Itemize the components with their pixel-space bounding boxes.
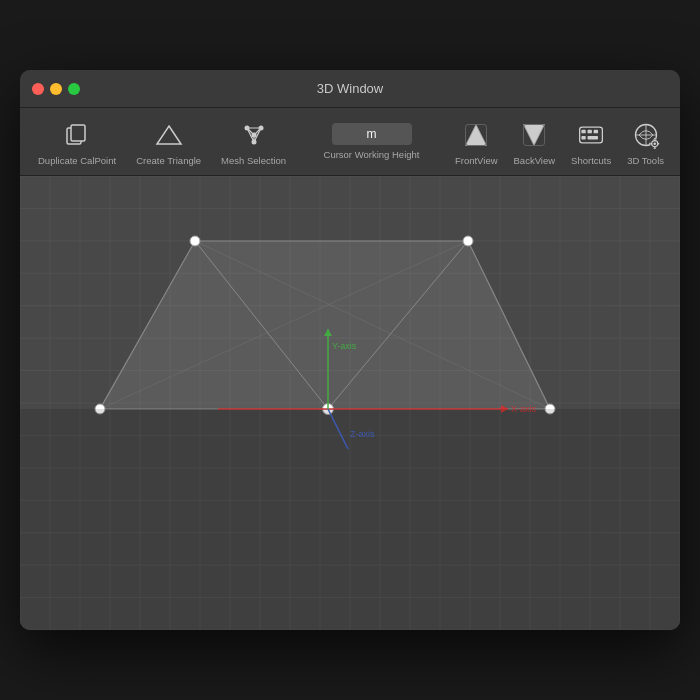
mesh-selection-icon (236, 117, 272, 153)
cursor-working-height-group: Cursor Working Height (312, 123, 432, 160)
traffic-lights (20, 83, 80, 95)
backview-label: BackView (514, 155, 556, 166)
cursor-working-height-label: Cursor Working Height (324, 149, 420, 160)
cursor-working-height-input[interactable] (332, 123, 412, 145)
create-triangle-tool[interactable]: Create Triangle (128, 113, 209, 170)
main-window: 3D Window Duplicate CalPoint Create Tria… (20, 70, 680, 630)
frontview-icon (458, 117, 494, 153)
window-title: 3D Window (317, 81, 383, 96)
shortcuts-button[interactable]: Shortcuts (565, 113, 617, 170)
viewport[interactable] (20, 176, 680, 630)
svg-rect-17 (580, 127, 603, 143)
svg-marker-15 (524, 125, 545, 146)
create-triangle-icon (151, 117, 187, 153)
backview-button[interactable]: BackView (508, 113, 562, 170)
duplicate-calpoint-label: Duplicate CalPoint (38, 155, 116, 166)
3d-tools-button[interactable]: 3D Tools (621, 113, 670, 170)
backview-icon (516, 117, 552, 153)
mesh-selection-label: Mesh Selection (221, 155, 286, 166)
create-triangle-label: Create Triangle (136, 155, 201, 166)
svg-marker-13 (466, 125, 487, 146)
minimize-button[interactable] (50, 83, 62, 95)
3d-tools-icon (628, 117, 664, 153)
3d-canvas[interactable] (20, 176, 680, 630)
frontview-button[interactable]: FrontView (449, 113, 504, 170)
toolbar: Duplicate CalPoint Create Triangle (20, 108, 680, 176)
titlebar: 3D Window (20, 70, 680, 108)
svg-rect-21 (582, 136, 586, 140)
mesh-selection-tool[interactable]: Mesh Selection (213, 113, 294, 170)
svg-rect-19 (588, 130, 592, 134)
frontview-label: FrontView (455, 155, 498, 166)
svg-rect-18 (582, 130, 586, 134)
svg-rect-22 (588, 136, 599, 140)
shortcuts-label: Shortcuts (571, 155, 611, 166)
svg-point-29 (653, 142, 656, 145)
duplicate-calpoint-icon (59, 117, 95, 153)
svg-marker-2 (157, 126, 181, 144)
shortcuts-icon (573, 117, 609, 153)
close-button[interactable] (32, 83, 44, 95)
svg-rect-1 (71, 125, 85, 141)
3d-tools-label: 3D Tools (627, 155, 664, 166)
maximize-button[interactable] (68, 83, 80, 95)
svg-rect-20 (594, 130, 598, 134)
duplicate-calpoint-tool[interactable]: Duplicate CalPoint (30, 113, 124, 170)
